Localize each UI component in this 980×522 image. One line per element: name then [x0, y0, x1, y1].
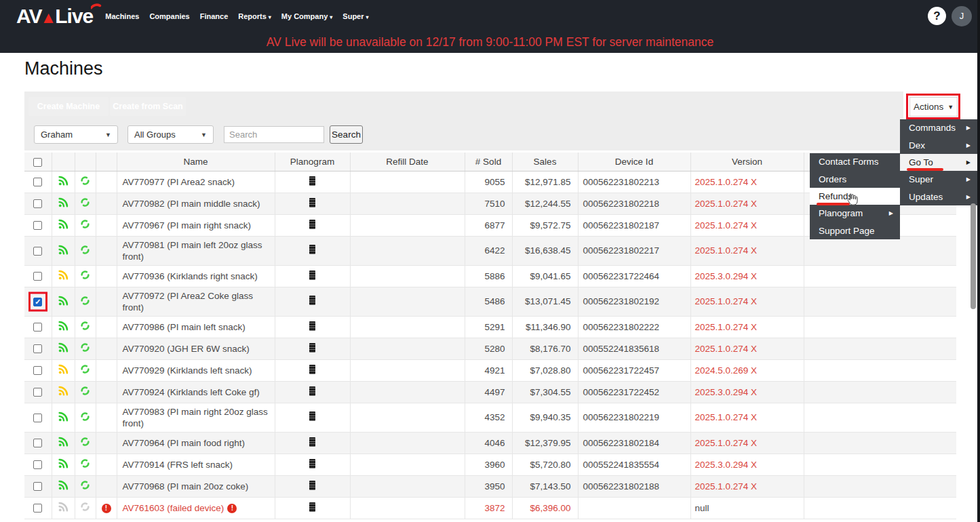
company-filter-select[interactable]: Graham ▼ [34, 125, 118, 144]
planogram-icon[interactable] [309, 502, 315, 512]
menu-item-support-page[interactable]: Support Page [810, 222, 900, 239]
machine-name-cell[interactable]: AV770968 (PI main 20oz coke) [117, 475, 275, 497]
machine-name-cell[interactable]: AV770982 (PI main middle snack) [117, 193, 275, 214]
wifi-signal-icon[interactable] [58, 178, 69, 188]
nav-item-finance[interactable]: Finance [200, 12, 229, 20]
machine-name-cell[interactable]: AV770967 (PI main right snack) [117, 214, 275, 236]
planogram-icon[interactable] [309, 245, 315, 254]
wifi-signal-icon[interactable] [58, 323, 69, 334]
machine-name-cell[interactable]: AV770920 (JGH ER 6W snack) [117, 338, 275, 359]
menu-item-planogram[interactable]: Planogram▶ [810, 205, 900, 222]
refresh-sync-icon[interactable] [80, 344, 90, 355]
menu-item-updates[interactable]: Updates▶ [900, 188, 977, 205]
machine-name-cell[interactable]: AV770981 (PI main left 20oz glass front) [117, 236, 275, 265]
machine-name-cell[interactable]: AV761603 (failed device)! [117, 497, 275, 519]
row-checkbox[interactable] [33, 272, 42, 281]
row-checkbox[interactable] [33, 504, 42, 513]
help-icon[interactable]: ? [928, 7, 946, 25]
refresh-sync-icon[interactable] [80, 366, 90, 376]
planogram-icon[interactable] [309, 220, 315, 229]
wifi-signal-icon[interactable] [58, 345, 69, 355]
wifi-signal-icon[interactable] [58, 200, 69, 210]
refresh-sync-icon[interactable] [80, 460, 90, 470]
create-machine-button[interactable]: Create Machine [28, 97, 109, 116]
create-from-scan-button[interactable]: Create from Scan [110, 97, 186, 116]
refresh-sync-icon[interactable] [80, 272, 90, 282]
av-live-logo[interactable]: AV ▲ Live [16, 6, 93, 26]
planogram-icon[interactable] [309, 386, 315, 396]
nav-item-super[interactable]: Super▾ [342, 12, 368, 20]
nav-item-reports[interactable]: Reports▾ [238, 12, 271, 20]
row-checkbox[interactable] [33, 482, 42, 491]
refresh-sync-icon[interactable] [80, 199, 90, 209]
planogram-icon[interactable] [309, 459, 315, 468]
refresh-sync-icon[interactable] [80, 298, 90, 308]
nav-item-my-company[interactable]: My Company▾ [281, 12, 332, 20]
refresh-sync-icon[interactable] [80, 221, 90, 231]
nav-item-machines[interactable]: Machines [105, 12, 139, 20]
vertical-scrollbar-thumb[interactable] [971, 203, 976, 309]
menu-item-contact-forms[interactable]: Contact Forms [810, 153, 900, 170]
wifi-signal-icon[interactable] [58, 483, 69, 493]
refresh-sync-icon[interactable] [80, 247, 90, 257]
wifi-signal-icon[interactable] [58, 414, 69, 424]
select-all-checkbox[interactable] [33, 158, 42, 167]
row-checkbox[interactable] [33, 439, 42, 447]
actions-button[interactable]: Actions ▼ [909, 97, 958, 117]
planogram-icon[interactable] [309, 437, 315, 447]
planogram-icon[interactable] [309, 296, 315, 305]
refresh-sync-icon[interactable] [80, 323, 90, 333]
wifi-signal-icon[interactable] [58, 247, 69, 258]
planogram-icon[interactable] [309, 365, 315, 374]
menu-item-super[interactable]: Super▶ [900, 171, 977, 188]
refresh-sync-icon[interactable] [80, 414, 90, 424]
machine-name-cell[interactable]: AV770936 (Kirklands right snack) [117, 265, 275, 287]
wifi-signal-icon[interactable] [58, 273, 69, 283]
machine-name-cell[interactable]: AV770977 (PI Area2 snack) [117, 171, 275, 193]
row-checkbox[interactable] [33, 178, 42, 186]
avatar[interactable]: J [952, 6, 972, 26]
machine-name-cell[interactable]: AV770986 (PI main left snack) [117, 316, 275, 338]
search-input[interactable] [224, 126, 324, 143]
row-checkbox[interactable] [33, 247, 42, 256]
row-checkbox[interactable] [33, 366, 42, 375]
planogram-icon[interactable] [309, 321, 315, 331]
planogram-icon[interactable] [309, 198, 315, 207]
planogram-icon[interactable] [309, 270, 315, 280]
wifi-signal-icon[interactable] [58, 222, 69, 232]
planogram-icon[interactable] [309, 481, 315, 490]
search-button[interactable]: Search [330, 125, 363, 144]
row-checkbox[interactable] [33, 323, 42, 332]
row-checkbox[interactable] [33, 344, 42, 353]
planogram-icon[interactable] [309, 411, 315, 421]
planogram-icon[interactable] [309, 176, 315, 186]
row-checkbox[interactable] [33, 199, 42, 208]
row-checkbox[interactable] [33, 298, 42, 306]
wifi-signal-icon[interactable] [58, 439, 69, 449]
machine-name-cell[interactable]: AV770983 (PI main right 20oz glass front… [117, 403, 275, 432]
wifi-signal-icon[interactable] [58, 388, 69, 399]
machine-name-cell[interactable]: AV770924 (Kirklands left Coke gf) [117, 381, 275, 403]
wifi-signal-icon[interactable] [58, 504, 69, 515]
refresh-sync-icon[interactable] [80, 439, 90, 449]
menu-item-dex[interactable]: Dex▶ [900, 136, 977, 153]
refresh-sync-icon[interactable] [80, 482, 90, 492]
wifi-signal-icon[interactable] [58, 461, 69, 471]
machine-name-cell[interactable]: AV770964 (PI main food right) [117, 432, 275, 454]
refresh-sync-icon[interactable] [80, 388, 90, 398]
row-checkbox[interactable] [33, 460, 42, 469]
machine-name-cell[interactable]: AV770972 (PI Area2 Coke glass front) [117, 287, 275, 316]
nav-item-companies[interactable]: Companies [149, 12, 189, 20]
refresh-sync-icon[interactable] [80, 504, 90, 514]
row-checkbox[interactable] [33, 414, 42, 422]
menu-item-commands[interactable]: Commands▶ [900, 119, 977, 136]
wifi-signal-icon[interactable] [58, 298, 69, 308]
machine-name-cell[interactable]: AV770929 (Kirklands left snack) [117, 359, 275, 381]
menu-item-orders[interactable]: Orders [810, 170, 900, 187]
row-checkbox[interactable] [33, 221, 42, 230]
planogram-icon[interactable] [309, 343, 315, 353]
group-filter-select[interactable]: All Groups ▼ [128, 125, 214, 144]
machine-name-cell[interactable]: AV770914 (FRS left snack) [117, 454, 275, 475]
refresh-sync-icon[interactable] [80, 178, 90, 188]
row-checkbox[interactable] [33, 388, 42, 397]
